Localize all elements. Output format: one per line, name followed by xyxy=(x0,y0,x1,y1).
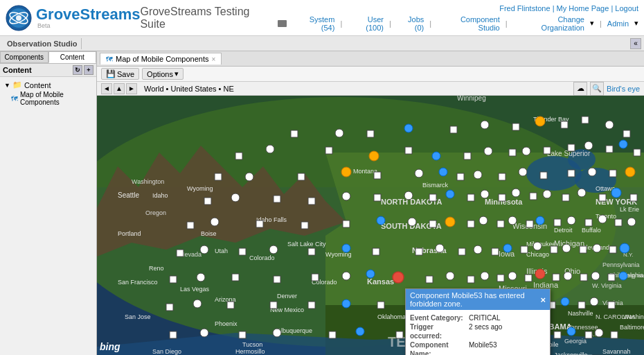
svg-text:Reno: Reno xyxy=(149,265,164,272)
svg-rect-164 xyxy=(467,220,474,227)
svg-rect-138 xyxy=(308,198,315,205)
tree-item-map[interactable]: 🗺 Map of Mobile Components xyxy=(3,90,93,107)
event-popup: Component Mobile53 has entered forbidden… xyxy=(405,288,551,355)
nav-system[interactable]: System (54) xyxy=(294,15,334,32)
svg-rect-126 xyxy=(457,173,464,180)
svg-rect-168 xyxy=(526,220,533,227)
map-container[interactable]: Seattle Portland San Francisco San Jose … xyxy=(97,96,644,355)
svg-point-161 xyxy=(408,218,416,226)
svg-text:Baltimore: Baltimore xyxy=(620,324,644,331)
svg-rect-155 xyxy=(187,222,194,229)
logo-icon xyxy=(6,5,32,31)
svg-rect-118 xyxy=(634,149,641,156)
svg-point-193 xyxy=(562,244,571,252)
add-sidebar-button[interactable]: + xyxy=(84,65,93,75)
svg-text:Idaho: Idaho xyxy=(152,192,168,199)
svg-rect-221 xyxy=(227,302,234,309)
nav-change-org[interactable]: Change Organization xyxy=(513,15,584,32)
logo-streams: Streams xyxy=(80,6,141,23)
svg-point-117 xyxy=(619,140,627,148)
svg-rect-225 xyxy=(377,302,384,309)
sidebar-content-header: Content ↻ + xyxy=(0,64,96,77)
svg-rect-121 xyxy=(298,173,305,180)
nav-left-button[interactable]: ◄ xyxy=(101,83,112,94)
nav-right-button[interactable]: ► xyxy=(126,83,137,94)
svg-text:Kansas: Kansas xyxy=(367,277,394,286)
map-tab[interactable]: 🗺 Map of Mobile Components × xyxy=(100,53,222,64)
svg-point-236 xyxy=(590,297,598,306)
svg-point-98 xyxy=(535,116,545,126)
svg-rect-202 xyxy=(312,274,319,281)
svg-rect-200 xyxy=(232,274,239,281)
popup-body: Event Category: CRITICAL Trigger 2 secs … xyxy=(406,310,550,355)
collapse-sidebar-button[interactable]: « xyxy=(630,38,641,49)
svg-point-203 xyxy=(342,272,350,280)
svg-point-208 xyxy=(481,272,489,280)
svg-rect-238 xyxy=(170,331,177,338)
svg-text:Detroit: Detroit xyxy=(554,227,573,234)
top-right: Fred Flintstone | My Home Page | Logout … xyxy=(278,4,638,32)
popup-close-button[interactable]: × xyxy=(540,295,546,305)
svg-point-160 xyxy=(377,216,385,225)
nav-component-studio[interactable]: Component Studio xyxy=(437,15,500,32)
svg-text:Colorado: Colorado xyxy=(249,254,275,261)
svg-rect-113 xyxy=(544,147,551,154)
svg-rect-150 xyxy=(562,194,569,201)
svg-rect-137 xyxy=(274,196,280,202)
svg-point-4 xyxy=(16,15,21,21)
nav-up-button[interactable]: ▲ xyxy=(114,83,125,94)
svg-point-187 xyxy=(474,245,482,254)
tab-components[interactable]: Components xyxy=(0,51,48,63)
svg-point-197 xyxy=(620,243,629,253)
svg-point-178 xyxy=(200,245,208,254)
svg-point-206 xyxy=(446,272,454,280)
svg-rect-217 xyxy=(608,274,615,281)
svg-point-124 xyxy=(415,169,423,178)
save-button[interactable]: 💾 Save xyxy=(101,68,139,80)
tree-item-content[interactable]: ▼ 📁 Content xyxy=(3,80,93,90)
svg-rect-205 xyxy=(426,276,433,283)
svg-point-143 xyxy=(446,190,454,198)
view-icon-1[interactable]: ☁ xyxy=(573,82,587,96)
svg-point-167 xyxy=(508,216,517,225)
svg-text:Phoenix: Phoenix xyxy=(215,320,238,327)
svg-rect-201 xyxy=(274,276,280,283)
svg-point-243 xyxy=(356,327,364,336)
svg-rect-240 xyxy=(239,331,246,338)
nav-user[interactable]: User (100) xyxy=(348,15,384,32)
svg-text:Hermosillo: Hermosillo xyxy=(235,348,265,355)
svg-point-145 xyxy=(481,190,489,198)
my-home-page-link[interactable]: My Home Page xyxy=(557,4,609,12)
nav-admin[interactable]: Admin xyxy=(607,19,629,28)
top-user-links: Fred Flintstone | My Home Page | Logout xyxy=(278,4,638,12)
tab-content[interactable]: Content xyxy=(48,51,97,63)
view-label[interactable]: Bird's eye xyxy=(607,85,640,93)
event-category-label: Event Category: xyxy=(410,314,469,322)
popup-header: Component Mobile53 has entered forbidden… xyxy=(406,289,550,310)
popup-component-row: Component Mobile53 xyxy=(410,341,546,349)
logout-link[interactable]: Logout xyxy=(615,4,638,12)
svg-point-136 xyxy=(231,193,240,202)
svg-rect-198 xyxy=(170,276,177,283)
options-button[interactable]: Options ▾ xyxy=(142,68,184,80)
svg-point-92 xyxy=(335,129,343,137)
svg-text:Salt Lake City: Salt Lake City xyxy=(287,241,326,248)
svg-rect-192 xyxy=(551,246,557,253)
popup-occurred-row: occurred: xyxy=(410,332,546,340)
svg-rect-131 xyxy=(568,170,575,177)
svg-rect-158 xyxy=(301,222,308,229)
refresh-sidebar-button[interactable]: ↻ xyxy=(73,65,82,75)
popup-trigger-row: Trigger 2 secs ago xyxy=(410,323,546,331)
nav-jobs[interactable]: Jobs (0) xyxy=(397,15,424,32)
svg-rect-91 xyxy=(291,130,298,137)
toolbar-row: Observation Studio « xyxy=(0,36,644,51)
view-icon-2[interactable]: 🔍 xyxy=(590,82,604,96)
svg-rect-93 xyxy=(367,130,374,137)
svg-text:Oregon: Oregon xyxy=(145,209,166,216)
svg-rect-174 xyxy=(615,219,622,226)
svg-point-96 xyxy=(481,121,489,129)
tab-close-button[interactable]: × xyxy=(212,55,216,63)
user-name[interactable]: Fred Flintstone xyxy=(499,4,550,12)
svg-rect-130 xyxy=(540,172,547,179)
svg-point-191 xyxy=(533,242,542,250)
